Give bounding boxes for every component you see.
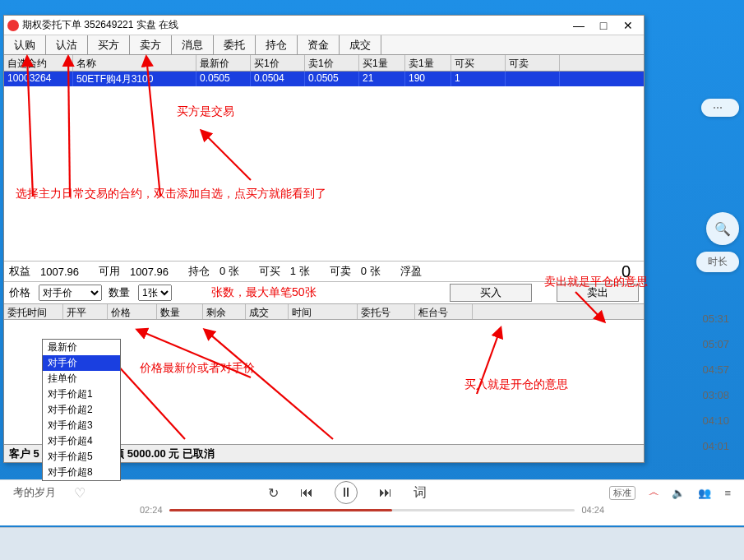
float-label: 浮盈 (400, 264, 422, 279)
float-value: 0 (622, 262, 631, 281)
progress-slider[interactable] (169, 509, 575, 511)
price-option[interactable]: 对手价超2 (43, 402, 120, 418)
list-item[interactable]: 05:07 (702, 338, 729, 350)
grid-col-header[interactable]: 最新价 (196, 55, 251, 71)
grid-cell: 1 (451, 72, 506, 86)
grid-cell: 0.0504 (251, 72, 305, 86)
list-item[interactable]: 05:31 (702, 312, 729, 325)
tab-7[interactable]: 资金 (298, 35, 340, 54)
side-chip-lyric[interactable]: ⋯ (701, 99, 739, 117)
window-title: 期权委托下单 352649221 实盘 在线 (22, 18, 178, 32)
tab-2[interactable]: 买方 (88, 35, 130, 54)
windows-taskbar[interactable] (0, 527, 744, 560)
dots-icon: ⋯ (713, 102, 723, 113)
loop-icon[interactable]: ↻ (268, 485, 279, 501)
tab-8[interactable]: 成交 (340, 35, 381, 54)
music-player: 考的岁月 ♡ ↻ ⏮ ⏸ ⏭ 词 标准 ෴ 🔈 👥 ≡ 02:24 04:24 (0, 479, 744, 525)
avail-label: 可用 (99, 264, 120, 279)
buy-button[interactable]: 买入 (450, 284, 532, 302)
price-select[interactable]: 最新价对手价挂单价对手价超1对手价超2对手价超3对手价超4对手价超5对手价超8 (39, 285, 102, 301)
price-option[interactable]: 对手价超1 (43, 386, 120, 402)
annotation-select-contract: 选择主力日常交易的合约，双击添加自选，点买方就能看到了 (16, 187, 326, 201)
orders-col-header[interactable]: 数量 (157, 304, 203, 319)
grid-header: 自选合约名称最新价买1价卖1价买1量卖1量可买可卖 (4, 55, 644, 72)
price-option[interactable]: 最新价 (43, 340, 120, 355)
qty-select[interactable]: 1张 (138, 285, 172, 301)
list-item[interactable]: 04:57 (702, 363, 729, 376)
tab-0[interactable]: 认购 (4, 35, 46, 54)
price-option[interactable]: 对手价超4 (43, 433, 120, 449)
song-title: 考的岁月 (13, 485, 56, 500)
table-row[interactable]: 1000326450ETF购4月31000.05050.05040.050521… (4, 72, 644, 86)
price-option[interactable]: 对手价超3 (43, 418, 120, 433)
cansell-value: 0 张 (361, 264, 381, 279)
background-side-pane: ⋯ 🔍 时长 (657, 99, 739, 272)
play-pause-button[interactable]: ⏸ (335, 481, 358, 504)
price-label: 价格 (9, 285, 30, 300)
next-track-icon[interactable]: ⏭ (379, 485, 392, 500)
orders-col-header[interactable]: 成交 (246, 304, 289, 319)
minimize-button[interactable]: — (566, 19, 591, 32)
price-option[interactable]: 对手价超5 (43, 449, 120, 465)
side-time-list: 05:3105:0704:5703:0804:1004:01 (702, 312, 729, 452)
search-circle-button[interactable]: 🔍 (706, 212, 739, 245)
grid-body[interactable]: 1000326450ETF购4月31000.05050.05040.050521… (4, 72, 644, 261)
avail-value: 1007.96 (130, 266, 169, 278)
orders-col-header[interactable]: 委托时间 (4, 304, 63, 319)
canbuy-label: 可买 (259, 264, 280, 279)
grid-col-header[interactable]: 买1价 (251, 55, 305, 71)
grid-cell: 21 (359, 72, 405, 86)
price-option[interactable]: 对手价 (43, 355, 120, 371)
list-item[interactable]: 03:08 (702, 389, 729, 401)
tab-5[interactable]: 委托 (214, 35, 256, 54)
annotation-price: 价格最新价或者对手价 (140, 361, 255, 376)
orders-col-header[interactable]: 委托号 (358, 304, 415, 319)
orders-col-header[interactable]: 剩余 (203, 304, 246, 319)
tab-4[interactable]: 消息 (172, 35, 214, 54)
tab-6[interactable]: 持仓 (256, 35, 298, 54)
list-item[interactable]: 04:01 (702, 440, 729, 452)
tab-3[interactable]: 卖方 (130, 35, 172, 54)
price-option[interactable]: 挂单价 (43, 371, 120, 386)
maximize-button[interactable]: □ (591, 19, 616, 32)
canbuy-value: 1 张 (290, 264, 310, 279)
cansell-label: 可卖 (330, 264, 351, 279)
qty-label: 数量 (109, 285, 130, 300)
grid-col-header[interactable]: 卖1量 (405, 55, 451, 71)
tab-1[interactable]: 认沽 (46, 35, 88, 54)
grid-cell: 10003264 (4, 72, 73, 86)
grid-col-header[interactable]: 买1量 (359, 55, 405, 71)
price-dropdown-open[interactable]: 最新价对手价挂单价对手价超1对手价超2对手价超3对手价超4对手价超5对手价超8 (42, 339, 121, 481)
playlist-icon[interactable]: ≡ (724, 487, 731, 499)
grid-col-header[interactable]: 名称 (73, 55, 196, 71)
orders-col-header[interactable]: 价格 (108, 304, 157, 319)
grid-cell: 0.0505 (305, 72, 359, 86)
time-total: 04:24 (581, 505, 604, 515)
titlebar: 期权委托下单 352649221 实盘 在线 — □ ✕ (4, 16, 644, 35)
grid-col-header[interactable]: 可卖 (506, 55, 560, 71)
orders-col-header[interactable]: 开平 (63, 304, 108, 319)
effects-icon[interactable]: ෴ (649, 486, 659, 499)
heart-icon[interactable]: ♡ (74, 485, 85, 501)
close-button[interactable]: ✕ (616, 19, 640, 32)
orders-col-header[interactable]: 柜台号 (415, 304, 473, 319)
list-item[interactable]: 04:10 (702, 414, 729, 427)
annotation-buy-side: 买方是交易 (177, 104, 234, 119)
search-icon: 🔍 (714, 221, 731, 237)
sell-button[interactable]: 卖出 (557, 284, 639, 302)
volume-icon[interactable]: 🔈 (672, 487, 685, 499)
quality-badge[interactable]: 标准 (609, 486, 635, 500)
grid-col-header[interactable]: 自选合约 (4, 55, 73, 71)
trading-window: 期权委托下单 352649221 实盘 在线 — □ ✕ 认购认沽买方卖方消息委… (3, 15, 645, 463)
orders-col-header[interactable]: 时间 (289, 304, 358, 319)
grid-cell: 0.0505 (196, 72, 251, 86)
lyric-button[interactable]: 词 (414, 484, 427, 502)
grid-cell (506, 72, 560, 86)
prev-track-icon[interactable]: ⏮ (300, 485, 313, 500)
pos-label: 持仓 (188, 264, 210, 279)
grid-cell: 50ETF购4月3100 (73, 72, 196, 86)
grid-col-header[interactable]: 可买 (451, 55, 506, 71)
grid-col-header[interactable]: 卖1价 (305, 55, 359, 71)
together-icon[interactable]: 👥 (698, 487, 711, 499)
price-option[interactable]: 对手价超8 (43, 465, 120, 480)
